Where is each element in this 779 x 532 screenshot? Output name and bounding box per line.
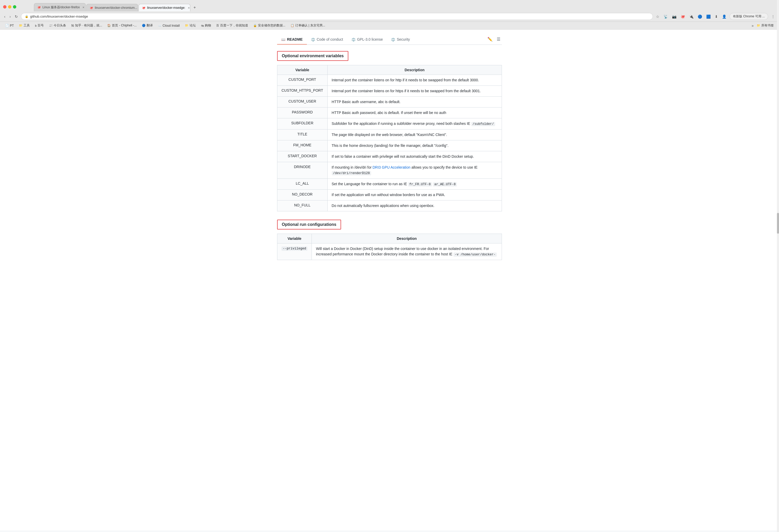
bookmark-icon-toutiao: 📰: [49, 24, 53, 27]
tab-label-1: Linux 服务器/docker-firefox: [43, 5, 80, 10]
bookmark-icon-tools: 📁: [19, 24, 22, 27]
table-row: NO_FULL Do not autmatically fullscreen a…: [277, 200, 502, 211]
bookmark-order[interactable]: 📋 订单确认 | 东京宅男...: [289, 23, 327, 28]
dri3-link[interactable]: DRI3 GPU Acceleration: [372, 165, 410, 169]
download-icon[interactable]: ⬇: [714, 13, 719, 20]
bookmark-icon-shop: 🛍: [201, 24, 204, 27]
code-ar-utf8: ar_AE.UTF-8: [433, 182, 457, 186]
bookmark-zhihu[interactable]: 知 知乎 · 有问题，就...: [69, 23, 104, 28]
var-custom-port: CUSTOM_PORT: [277, 75, 327, 86]
tabs-bar: 🐙 Linux 服务器/docker-firefox ✕ 🐙 linuxserv…: [18, 3, 214, 11]
window-minimize-btn[interactable]: [8, 5, 11, 8]
var-privileged: --privileged: [277, 243, 312, 260]
lock-icon: 🔒: [25, 15, 28, 18]
tab-gpl-license[interactable]: ⚖️ GPL-3.0 license: [347, 35, 387, 45]
bookmark-cloudinstall[interactable]: ☁️ Cloud Install: [156, 23, 182, 28]
bookmark-chiphell[interactable]: 🏠 首页 - Chiphell -...: [105, 23, 138, 28]
var-custom-https-port: CUSTOM_HTTPS_PORT: [277, 86, 327, 97]
bookmark-label-translate: 翻译: [146, 23, 153, 28]
browser-tab-1[interactable]: 🐙 Linux 服务器/docker-firefox ✕: [34, 3, 86, 11]
bookmarks-overflow-btn[interactable]: »: [752, 23, 754, 28]
bookmark-icon-order: 📋: [291, 24, 294, 27]
chrome-update-button[interactable]: 有新版 Chrome 可用 ...: [729, 13, 768, 20]
bookmark-icon-baihao: b: [35, 24, 37, 27]
bookmark-safe[interactable]: 🔒 安全储存您的数据...: [251, 23, 288, 28]
bookmark-icon-all: 📁: [757, 24, 760, 27]
scrollbar-thumb[interactable]: [777, 213, 779, 234]
bookmark-shop[interactable]: 🛍 购物: [199, 23, 213, 28]
section-heading-env: Optional environment variables: [277, 51, 348, 61]
extension-icon-1[interactable]: 🔌: [688, 13, 695, 20]
bookmark-baidu[interactable]: 百 百度一下，你就知道: [214, 23, 250, 28]
bookmark-label-safe: 安全储存您的数据...: [258, 23, 285, 28]
var-subfolder: SUBFOLDER: [277, 118, 327, 129]
bookmark-pt[interactable]: 📄 PT: [3, 23, 16, 28]
bookmark-forum[interactable]: 📁 论坛: [183, 23, 198, 28]
tab-readme[interactable]: 📖 README: [277, 35, 307, 45]
table-row: FM_HOME This is the home directory (land…: [277, 140, 502, 151]
table-row: START_DOCKER If set to false a container…: [277, 151, 502, 162]
profile-icon[interactable]: 👤: [721, 13, 727, 20]
address-text: github.com/linuxserver/docker-msedge: [30, 14, 88, 18]
bookmark-icon-cloudinstall: ☁️: [158, 24, 162, 27]
table-row: --privileged Will start a Docker in Dock…: [277, 243, 502, 260]
cast-icon[interactable]: 📡: [662, 13, 669, 20]
var-custom-user: CUSTOM_USER: [277, 97, 327, 108]
desc-title: The page title displayed on the web brow…: [327, 129, 502, 140]
tab-code-of-conduct[interactable]: ⚖️ Code of conduct: [307, 35, 347, 45]
tab-label-2: linuxserver/docker-chromium...: [95, 6, 137, 10]
code-privileged: --privileged: [282, 247, 307, 251]
forward-button[interactable]: ›: [8, 13, 12, 20]
bookmark-toutiao[interactable]: 📰 今日头条: [47, 23, 68, 28]
back-button[interactable]: ‹: [3, 13, 6, 20]
tab-icon-2: 🐙: [89, 6, 93, 10]
window-close-btn[interactable]: [3, 5, 6, 8]
bookmark-star-icon[interactable]: ☆: [655, 13, 660, 20]
bookmark-label-toutiao: 今日头条: [54, 23, 66, 28]
window-controls: [3, 5, 16, 8]
tab-security[interactable]: ⚖️ Security: [387, 35, 414, 45]
bookmark-label-order: 订单确认 | 东京宅男...: [295, 23, 325, 28]
table-row: CUSTOM_PORT Internal port the container …: [277, 75, 502, 86]
tab-close-3[interactable]: ✕: [188, 6, 190, 9]
bookmark-label-shop: 购物: [205, 23, 211, 28]
window-maximize-btn[interactable]: [13, 5, 16, 8]
bookmark-all[interactable]: 📁 所有书签: [755, 23, 776, 28]
toc-button[interactable]: ☰: [495, 36, 502, 43]
reload-button[interactable]: ↻: [14, 13, 19, 20]
browser-tab-3[interactable]: 🐙 linuxserver/docker-msedge: ✕: [138, 4, 190, 11]
desc-drinode: If mounting in /dev/dri for DRI3 GPU Acc…: [327, 162, 502, 178]
edit-button[interactable]: ✏️: [486, 36, 494, 43]
conduct-tab-icon: ⚖️: [311, 38, 315, 42]
code-renderD128: /dev/dri/renderD128: [332, 171, 371, 175]
var-title: TITLE: [277, 129, 327, 140]
github-icon[interactable]: 🐙: [679, 13, 686, 20]
desc-custom-user: HTTP Basic auth username, abc is default…: [327, 97, 502, 108]
desc-privileged: Will start a Docker in Docker (DinD) set…: [312, 243, 502, 260]
repo-tabs: 📖 README ⚖️ Code of conduct ⚖️ GPL-3.0 l…: [277, 35, 502, 45]
screenshot-icon[interactable]: 📷: [671, 13, 677, 20]
bookmark-baihao[interactable]: b 百号: [33, 23, 46, 28]
bookmark-icon-chiphell: 🏠: [107, 24, 111, 27]
table-row: TITLE The page title displayed on the we…: [277, 129, 502, 140]
code-subfolder: /subfolder/: [471, 122, 495, 126]
menu-icon[interactable]: ⋮: [770, 13, 776, 20]
bookmark-tools[interactable]: 📁 工具: [17, 23, 32, 28]
bookmark-translate[interactable]: 🔵 翻译: [140, 23, 155, 28]
bookmark-icon-pt: 📄: [5, 24, 9, 27]
tab-close-1[interactable]: ✕: [82, 6, 84, 9]
desc-start-docker: If set to false a container with privile…: [327, 151, 502, 162]
new-tab-button[interactable]: +: [191, 4, 198, 11]
bookmark-icon-baidu: 百: [216, 23, 219, 27]
address-bar[interactable]: 🔒 github.com/linuxserver/docker-msedge: [21, 13, 653, 20]
extension-icon-3[interactable]: 🟦: [705, 13, 712, 20]
browser-tab-2[interactable]: 🐙 linuxserver/docker-chromium... ✕: [86, 4, 138, 11]
extension-icon-2[interactable]: 🔵: [697, 13, 703, 20]
bookmark-label-cloudinstall: Cloud Install: [163, 24, 180, 27]
desc-no-full: Do not autmatically fullscreen applicati…: [327, 200, 502, 211]
col-variable-header: Variable: [277, 65, 327, 75]
section-heading-run: Optional run configurations: [277, 220, 341, 230]
desc-custom-port: Internal port the container listens on f…: [327, 75, 502, 86]
title-bar: 🐙 Linux 服务器/docker-firefox ✕ 🐙 linuxserv…: [0, 0, 779, 11]
table-row: LC_ALL Set the Language for the containe…: [277, 178, 502, 190]
